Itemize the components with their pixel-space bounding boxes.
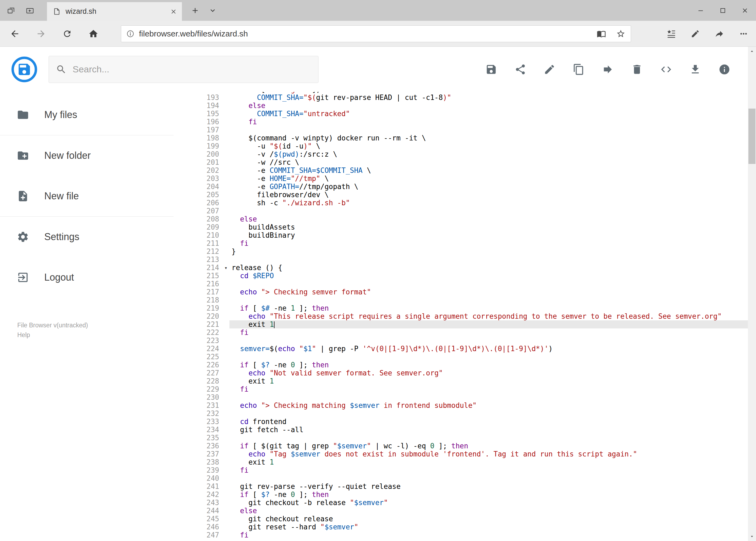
code-line-221[interactable]: 221 exit 1 (202, 320, 756, 328)
favorite-star-button[interactable] (616, 29, 626, 38)
code-line-246[interactable]: 246 git reset --hard "$semver" (202, 523, 756, 531)
code-line-211[interactable]: 211 fi (202, 239, 756, 248)
code-line-215[interactable]: 215 cd $REPO (202, 272, 756, 280)
sidebar-item-new-folder[interactable]: New folder (0, 135, 202, 176)
info-button[interactable] (718, 64, 730, 75)
code-line-232[interactable]: 232 (202, 409, 756, 417)
code-line-218[interactable]: 218 (202, 296, 756, 304)
help-link[interactable]: Help (17, 330, 202, 340)
move-button[interactable] (602, 64, 614, 75)
code-line-245[interactable]: 245 git checkout release (202, 515, 756, 523)
delete-button[interactable] (631, 64, 643, 75)
code-line-244[interactable]: 244 else (202, 507, 756, 515)
code-line-223[interactable]: 223 (202, 336, 756, 345)
close-button[interactable] (734, 0, 756, 21)
code-line-194[interactable]: 194 else (202, 102, 756, 110)
code-button[interactable] (660, 64, 672, 75)
code-line-199[interactable]: 199 -u "$(id -u)" \ (202, 142, 756, 150)
new-tab-button[interactable] (186, 0, 205, 21)
code-line-224[interactable]: 224 semver=$(echo "$1" | grep -P '^v(0|[… (202, 345, 756, 353)
code-line-204[interactable]: 204 -e GOPATH=//tmp/gopath \ (202, 183, 756, 191)
code-line-237[interactable]: 237 echo "Tag $semver does not exist in … (202, 450, 756, 458)
browser-tab[interactable]: wizard.sh (47, 2, 182, 21)
tab-preview-chevron-button[interactable] (205, 0, 221, 21)
download-button[interactable] (689, 64, 701, 75)
share-button[interactable] (514, 64, 526, 75)
edit-button[interactable] (544, 64, 556, 75)
refresh-button[interactable] (61, 28, 73, 40)
sidebar-item-new-file[interactable]: New file (0, 176, 202, 216)
fold-gutter (222, 353, 229, 361)
hub-favorites-button[interactable] (666, 29, 676, 39)
code-line-197[interactable]: 197 (202, 126, 756, 134)
code-line-205[interactable]: 205 filebrowser/dev \ (202, 191, 756, 199)
code-line-210[interactable]: 210 buildBinary (202, 231, 756, 239)
code-line-239[interactable]: 239 fi (202, 466, 756, 474)
forward-button[interactable] (35, 28, 47, 40)
back-button[interactable] (9, 28, 21, 40)
reading-view-button[interactable] (597, 29, 606, 38)
more-options-button[interactable] (739, 29, 748, 39)
tabs-preview-button[interactable] (25, 6, 35, 15)
code-line-198[interactable]: 198 $(command -v winpty) docker run --rm… (202, 134, 756, 142)
code-line-203[interactable]: 203 -e HOME="//tmp" \ (202, 175, 756, 183)
code-line-201[interactable]: 201 -w //src \ (202, 158, 756, 166)
minimize-button[interactable] (690, 0, 712, 21)
sidebar-item-logout[interactable]: Logout (0, 257, 202, 297)
code-line-195[interactable]: 195 COMMIT_SHA="untracked" (202, 110, 756, 118)
code-line-206[interactable]: 206 sh -c "./wizard.sh -b" (202, 199, 756, 207)
code-line-209[interactable]: 209 buildAssets (202, 223, 756, 231)
code-line-230[interactable]: 230 (202, 393, 756, 401)
web-note-button[interactable] (691, 29, 700, 38)
code-line-231[interactable]: 231 echo "> Checking matching $semver in… (202, 401, 756, 409)
home-button[interactable] (88, 28, 99, 40)
page-scrollbar[interactable] (748, 47, 756, 541)
site-info-icon[interactable] (126, 29, 135, 38)
code-line-213[interactable]: 213 (202, 256, 756, 264)
code-line-220[interactable]: 220 echo "This release script requires a… (202, 312, 756, 320)
code-line-235[interactable]: 235 (202, 434, 756, 442)
code-line-202[interactable]: 202 -e COMMIT_SHA=$COMMIT_SHA \ (202, 166, 756, 175)
code-line-236[interactable]: 236 if [ $(git tag | grep "$semver" | wc… (202, 442, 756, 450)
code-line-222[interactable]: 222 fi (202, 328, 756, 336)
tab-close-icon[interactable] (170, 8, 177, 15)
code-line-207[interactable]: 207 (202, 207, 756, 215)
save-button[interactable] (485, 64, 497, 75)
code-line-193[interactable]: 193 COMMIT_SHA="$(git rev-parse HEAD | c… (202, 94, 756, 102)
address-bar[interactable]: filebrowser.web/files/wizard.sh (121, 25, 631, 42)
scrollbar-thumb[interactable] (748, 109, 755, 164)
code-line-247[interactable]: 247 fi (202, 531, 756, 539)
code-line-238[interactable]: 238 exit 1 (202, 458, 756, 466)
code-line-241[interactable]: 241 git rev-parse --verify --quiet relea… (202, 482, 756, 490)
code-line-234[interactable]: 234 git fetch --all (202, 426, 756, 434)
code-line-229[interactable]: 229 fi (202, 385, 756, 393)
code-line-219[interactable]: 219 if [ $# -ne 1 ]; then (202, 304, 756, 312)
maximize-button[interactable] (712, 0, 734, 21)
share-page-button[interactable] (714, 29, 724, 39)
code-line-228[interactable]: 228 exit 1 (202, 377, 756, 385)
code-line-233[interactable]: 233 cd frontend (202, 417, 756, 426)
code-line-226[interactable]: 226 if [ $? -ne 0 ]; then (202, 361, 756, 369)
search-input[interactable] (73, 57, 318, 81)
code-line-212[interactable]: 212} (202, 248, 756, 256)
code-line-217[interactable]: 217 echo "> Checking semver format" (202, 288, 756, 296)
copy-button[interactable] (573, 64, 585, 75)
code-line-242[interactable]: 242 if [ $? -ne 0 ]; then (202, 490, 756, 499)
fold-marker-icon[interactable]: ▾ (222, 264, 229, 272)
code-line-225[interactable]: 225 (202, 353, 756, 361)
code-line-227[interactable]: 227 echo "Not valid semver format. See s… (202, 369, 756, 377)
set-tabs-aside-button[interactable] (6, 6, 16, 15)
code-line-240[interactable]: 240 (202, 474, 756, 482)
scroll-up-icon[interactable] (748, 47, 756, 56)
sidebar-item-my-files[interactable]: My files (0, 95, 202, 135)
search-box[interactable] (49, 56, 319, 83)
sidebar-item-settings[interactable]: Settings (0, 217, 202, 257)
code-line-243[interactable]: 243 git checkout -b release "$semver" (202, 499, 756, 507)
code-line-208[interactable]: 208 else (202, 215, 756, 223)
scroll-down-icon[interactable] (748, 532, 756, 541)
code-line-196[interactable]: 196 fi (202, 118, 756, 126)
code-line-216[interactable]: 216 (202, 280, 756, 288)
code-line-200[interactable]: 200 -v /$(pwd):/src:z \ (202, 150, 756, 158)
code-line-214[interactable]: 214▾release () { (202, 264, 756, 272)
code-editor[interactable]: 192 if [ -d ".git" ]; then193 COMMIT_SHA… (202, 92, 756, 541)
